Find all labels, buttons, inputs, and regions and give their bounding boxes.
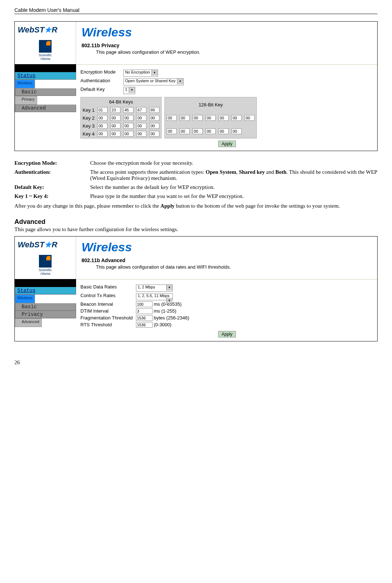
dtim-units: ms (1-255) (154, 308, 176, 314)
key2-128-0[interactable] (167, 128, 177, 134)
advanced-screenshot: WebST★R Scientific Atlanta Wireless 802.… (14, 236, 378, 341)
key1-64-2[interactable] (123, 107, 133, 113)
nav-status[interactable]: Status (15, 72, 76, 80)
sa-logo: Scientific Atlanta (18, 255, 73, 275)
defkey-select[interactable]: 1▼ (123, 87, 135, 94)
key1-128-1[interactable] (180, 115, 190, 121)
page-title: Wireless (82, 240, 372, 254)
sa-icon (39, 40, 52, 53)
rts-units: (0-3000) (154, 322, 171, 327)
logo-area: WebST★R Scientific Atlanta (15, 22, 76, 64)
key2-label: Key 2 (82, 114, 96, 122)
star-icon: ★ (44, 25, 52, 34)
def-auth-term: Authentication: (14, 169, 90, 181)
key3-64-0[interactable] (97, 123, 107, 129)
key2-128-3[interactable] (206, 128, 216, 134)
key2-64-4[interactable] (149, 115, 159, 121)
key4-64-0[interactable] (97, 131, 107, 137)
webstar-logo: WebST★R (18, 25, 73, 35)
key1-label: Key 1 (82, 106, 96, 114)
bi-input[interactable] (136, 301, 153, 307)
chevron-down-icon: ▼ (151, 70, 158, 76)
sa-icon (39, 255, 52, 268)
auth-label: Authentication (80, 78, 122, 83)
key4-64-1[interactable] (110, 131, 120, 137)
def-defkey-desc: Select the number as the default key for… (90, 184, 378, 190)
key2-128-5[interactable] (232, 128, 242, 134)
key3-64-4[interactable] (149, 123, 159, 129)
logo-area: WebST★R Scientific Atlanta (15, 237, 76, 279)
key1-128-0[interactable] (167, 115, 177, 121)
bdr-select[interactable]: 1, 2 Mbps▼ (136, 284, 173, 292)
apply-button[interactable]: Apply (218, 141, 235, 147)
key4-64-2[interactable] (123, 131, 133, 137)
page-desc: This page allows configuration of data r… (96, 264, 231, 270)
doc-header: Cable Modem User's Manual (14, 7, 378, 14)
chevron-down-icon: ▼ (166, 285, 172, 291)
nav-advanced[interactable]: Advanced (15, 105, 76, 112)
page-desc: This page allows configuration of WEP en… (96, 49, 201, 55)
def-defkey-term: Default Key: (14, 184, 90, 190)
nav-basic[interactable]: Basic (15, 303, 76, 311)
chevron-down-icon: ▼ (166, 298, 172, 304)
key3-64-2[interactable] (123, 123, 133, 129)
nav-advanced[interactable]: Advanced (15, 318, 42, 327)
subtitle: 802.11b Privacy (82, 43, 119, 48)
key2-64-2[interactable] (123, 115, 133, 121)
bdr-label: Basic Data Rates (80, 284, 135, 290)
key4-64-3[interactable] (136, 131, 146, 137)
bi-label: Beacon Interval (80, 301, 135, 307)
webstar-logo: WebST★R (18, 240, 73, 249)
key3-64-1[interactable] (110, 123, 120, 129)
sidebar-nav: Status Wireless Basic Privacy Advanced (15, 64, 76, 151)
ctr-select[interactable]: 1, 2, 5.5, 11 Mbps▼ (136, 293, 173, 300)
key1-128-4[interactable] (219, 115, 229, 121)
privacy-screenshot: WebST★R Scientific Atlanta Wireless 802.… (14, 21, 378, 151)
nav-wireless[interactable]: Wireless (15, 80, 35, 88)
keys-64bit-table: 64-Bit Keys Key 1 Key 2 (80, 97, 162, 138)
nav-wireless[interactable]: Wireless (15, 295, 35, 303)
chevron-down-icon: ▼ (177, 79, 183, 84)
key1-128-3[interactable] (206, 115, 216, 121)
nav-privacy[interactable]: Privacy (15, 96, 37, 105)
keys-128bit-table: 128-Bit Key (164, 97, 257, 138)
ft-input[interactable] (136, 315, 153, 321)
key2-128-4[interactable] (219, 128, 229, 134)
key3-64-3[interactable] (136, 123, 146, 129)
key4-label: Key 4 (82, 130, 96, 137)
key2-64-1[interactable] (110, 115, 120, 121)
rts-label: RTS Threshold (80, 322, 135, 327)
nav-status[interactable]: Status (15, 287, 76, 295)
encmode-select[interactable]: No Encryption▼ (123, 70, 158, 77)
def-auth-desc: The access point supports three authenti… (90, 169, 378, 181)
advanced-intro: This page allows you to have further con… (14, 226, 378, 233)
nav-basic[interactable]: Basic (15, 88, 76, 96)
ft-units: bytes (256-2346) (154, 315, 189, 321)
sa-logo: Scientific Atlanta (18, 40, 73, 61)
key2-128-1[interactable] (180, 128, 190, 134)
key2-64-0[interactable] (97, 115, 107, 121)
rts-input[interactable] (136, 322, 153, 328)
sidebar-nav: Status Wireless Basic Privacy Advanced (15, 279, 76, 341)
def-key14-term: Key 1 ~ Key 4: (14, 193, 90, 199)
advanced-heading: Advanced (14, 218, 378, 226)
key1-64-3[interactable] (136, 107, 146, 113)
dtim-input[interactable] (136, 308, 153, 314)
key1-128-6[interactable] (245, 115, 255, 121)
key1-64-0[interactable] (97, 107, 107, 113)
key1-128-2[interactable] (193, 115, 203, 121)
key3-label: Key 3 (82, 122, 96, 129)
key4-64-4[interactable] (149, 131, 159, 137)
nav-privacy[interactable]: Privacy (15, 311, 76, 318)
key2-128-2[interactable] (193, 128, 203, 134)
key1-64-4[interactable] (149, 107, 159, 113)
ft-label: Fragmentation Threshold (80, 315, 135, 321)
auth-select[interactable]: Open System or Shared Key▼ (123, 78, 184, 85)
key1-128-5[interactable] (232, 115, 242, 121)
def-encmode-desc: Choose the encryption mode for your nece… (90, 160, 378, 166)
dtim-label: DTIM Interval (80, 308, 135, 314)
key2-64-3[interactable] (136, 115, 146, 121)
apply-button[interactable]: Apply (218, 331, 235, 337)
chevron-down-icon: ▼ (129, 87, 135, 93)
key1-64-1[interactable] (110, 107, 120, 113)
